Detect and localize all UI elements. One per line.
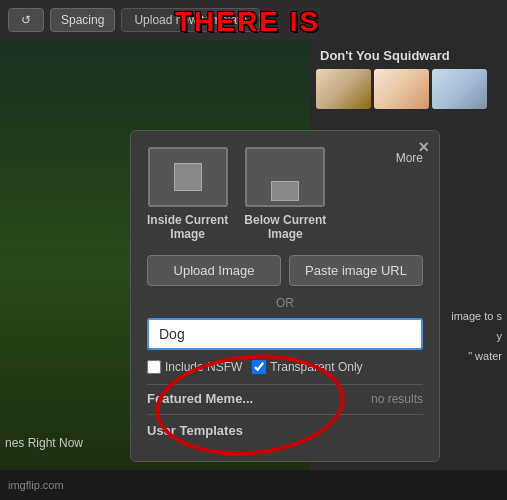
side-text-1: image to s xyxy=(451,310,502,322)
inside-current-option[interactable]: Inside CurrentImage xyxy=(147,147,228,241)
user-templates-section: User Templates xyxy=(147,414,423,445)
placement-options: Inside CurrentImage Below CurrentImage xyxy=(147,147,326,241)
search-input[interactable] xyxy=(147,318,423,350)
thumbnail-1[interactable] xyxy=(316,69,371,109)
featured-memes-label: Featured Meme... xyxy=(147,391,253,406)
transparent-only-text: Transparent Only xyxy=(270,360,362,374)
user-templates-label: User Templates xyxy=(147,423,243,438)
below-label: Below CurrentImage xyxy=(244,213,326,241)
below-preview xyxy=(245,147,325,207)
action-buttons-row: Upload Image Paste image URL xyxy=(147,255,423,286)
transparent-only-checkbox[interactable] xyxy=(252,360,266,374)
spacing-button[interactable]: Spacing xyxy=(50,8,115,32)
include-nsfw-checkbox[interactable] xyxy=(147,360,161,374)
inside-preview-inner xyxy=(174,163,202,191)
side-text-3: " water xyxy=(468,350,502,362)
below-preview-inner xyxy=(271,181,299,201)
thumbnail-3[interactable] xyxy=(432,69,487,109)
side-text-2: y xyxy=(497,330,503,342)
footer: imgflip.com xyxy=(0,470,507,500)
memes-right-now-text: nes Right Now xyxy=(5,436,83,450)
upload-image-button[interactable]: Upload Image xyxy=(147,255,281,286)
image-placement-modal: × Inside CurrentImage Below CurrentImage… xyxy=(130,130,440,462)
or-divider: OR xyxy=(147,296,423,310)
inside-label: Inside CurrentImage xyxy=(147,213,228,241)
featured-memes-section: Featured Meme... no results xyxy=(147,384,423,412)
right-panel-title: Don't You Squidward xyxy=(310,40,507,69)
include-nsfw-text: Include NSFW xyxy=(165,360,242,374)
no-results-badge: no results xyxy=(371,392,423,406)
spacing-label: Spacing xyxy=(61,13,104,27)
undo-icon: ↺ xyxy=(19,13,33,27)
transparent-only-label[interactable]: Transparent Only xyxy=(252,360,362,374)
paste-url-button[interactable]: Paste image URL xyxy=(289,255,423,286)
thumbnail-gallery xyxy=(310,69,507,115)
options-row: Include NSFW Transparent Only xyxy=(147,360,423,374)
modal-close-button[interactable]: × xyxy=(418,137,429,158)
include-nsfw-label[interactable]: Include NSFW xyxy=(147,360,242,374)
undo-button[interactable]: ↺ xyxy=(8,8,44,32)
footer-logo: imgflip.com xyxy=(8,479,64,491)
thumbnail-2[interactable] xyxy=(374,69,429,109)
inside-preview xyxy=(148,147,228,207)
meme-overlay-text: THERE IS xyxy=(175,6,320,38)
placement-options-row: Inside CurrentImage Below CurrentImage M… xyxy=(147,147,423,255)
below-current-option[interactable]: Below CurrentImage xyxy=(244,147,326,241)
